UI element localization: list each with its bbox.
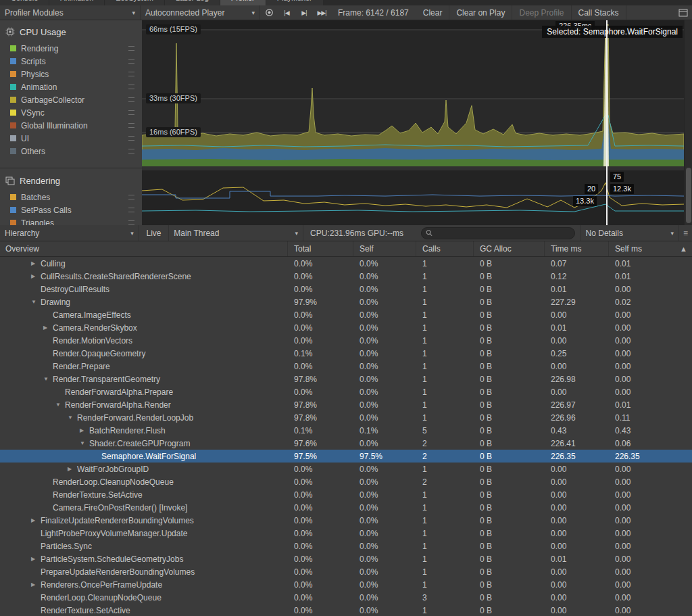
legend-item-setpass-calls[interactable]: SetPass Calls xyxy=(0,204,142,216)
table-row[interactable]: Render.OpaqueGeometry0.1%0.0%10 B0.250.0… xyxy=(0,347,692,360)
view-mode-dropdown[interactable]: Hierarchy ▾ xyxy=(0,225,139,241)
thread-dropdown[interactable]: Main Thread ▾ xyxy=(169,225,303,241)
selected-frame-line[interactable] xyxy=(606,20,608,225)
drag-handle-icon[interactable] xyxy=(128,110,134,115)
table-row[interactable]: ▶Culling0.0%0.0%10 B0.070.01 xyxy=(0,257,692,270)
foldout-arrow-icon[interactable]: ▶ xyxy=(68,466,77,472)
table-row[interactable]: Render.MotionVectors0.0%0.0%10 B0.000.00 xyxy=(0,334,692,347)
drag-handle-icon[interactable] xyxy=(128,72,134,76)
cpu-usage-chart[interactable]: 66ms (15FPS) 33ms (30FPS) 16ms (60FPS) 2… xyxy=(142,20,684,166)
table-row[interactable]: ▶WaitForJobGroupID0.0%0.0%10 B0.000.00 xyxy=(0,463,692,475)
foldout-arrow-icon[interactable]: ▶ xyxy=(31,517,41,523)
drag-handle-icon[interactable] xyxy=(128,220,134,225)
drag-handle-icon[interactable] xyxy=(128,149,134,153)
table-row[interactable]: ▶FinalizeUpdateRendererBoundingVolumes0.… xyxy=(0,514,692,527)
charts-scrollbar[interactable] xyxy=(684,20,692,225)
drag-handle-icon[interactable] xyxy=(128,136,134,141)
tab-lazer-log[interactable]: Lazer Log xyxy=(165,0,220,5)
foldout-arrow-icon[interactable]: ▶ xyxy=(31,582,41,588)
rendering-chart[interactable]: 75 20 12.3k 13.3k xyxy=(142,170,684,226)
table-row[interactable]: ▶CullResults.CreateSharedRendererScene0.… xyxy=(0,270,692,283)
tab-ecosystem[interactable]: EcoSystem xyxy=(105,0,164,5)
sort-indicator-icon[interactable]: ▲ xyxy=(680,241,687,256)
drag-handle-icon[interactable] xyxy=(128,123,134,128)
table-row[interactable]: ▼Render.TransparentGeometry97.8%0.0%10 B… xyxy=(0,373,692,385)
foldout-arrow-icon[interactable]: ▼ xyxy=(43,376,53,382)
search-input[interactable] xyxy=(436,229,570,238)
column-header-time-ms[interactable]: Time ms xyxy=(544,241,608,256)
legend-item-rendering[interactable]: Rendering xyxy=(0,42,142,55)
table-row[interactable]: ▼RenderForward.RenderLoopJob97.8%0.0%10 … xyxy=(0,411,692,424)
legend-item-vsync[interactable]: VSync xyxy=(0,106,142,119)
legend-item-batches[interactable]: Batches xyxy=(0,191,142,204)
scrollbar-thumb[interactable] xyxy=(686,168,691,223)
column-header-overview[interactable]: Overview xyxy=(0,241,287,256)
drag-handle-icon[interactable] xyxy=(128,195,134,199)
cpu-usage-module-header[interactable]: CPU Usage xyxy=(0,24,142,39)
next-frame-button[interactable]: ▶| xyxy=(295,5,313,20)
record-button[interactable] xyxy=(260,5,278,20)
table-row[interactable]: ▶BatchRenderer.Flush0.1%0.1%50 B0.430.43 xyxy=(0,424,692,437)
tab-animation[interactable]: Animation xyxy=(49,0,104,5)
drag-handle-icon[interactable] xyxy=(128,208,134,212)
legend-item-garbagecollector[interactable]: GarbageCollector xyxy=(0,93,142,106)
legend-item-animation[interactable]: Animation xyxy=(0,80,142,93)
foldout-arrow-icon[interactable]: ▼ xyxy=(80,440,89,446)
column-header-self-ms[interactable]: Self ms xyxy=(608,241,672,256)
table-row[interactable]: RenderTexture.SetActive0.0%0.0%10 B0.000… xyxy=(0,488,692,501)
details-view-dropdown[interactable]: No Details ▾ xyxy=(580,225,679,241)
drag-handle-icon[interactable] xyxy=(128,97,134,102)
table-row[interactable]: PrepareUpdateRendererBoundingVolumes0.0%… xyxy=(0,565,692,578)
foldout-arrow-icon[interactable]: ▼ xyxy=(31,299,41,305)
table-row[interactable]: LightProbeProxyVolumeManager.Update0.0%0… xyxy=(0,527,692,540)
table-row[interactable]: ▼Shader.CreateGPUProgram97.6%0.0%20 B226… xyxy=(0,437,692,450)
table-row[interactable]: Camera.ImageEffects0.0%0.0%10 B0.000.00 xyxy=(0,308,692,321)
tab-playmaker[interactable]: PlayMaker xyxy=(266,0,323,5)
table-row[interactable]: ▶Camera.RenderSkybox0.0%0.0%10 B0.010.00 xyxy=(0,321,692,334)
table-row[interactable]: RenderTexture.SetActive0.0%0.0%10 B0.000… xyxy=(0,604,692,616)
foldout-arrow-icon[interactable]: ▶ xyxy=(43,325,53,331)
clear-button[interactable]: Clear xyxy=(416,5,450,20)
tab-profiler[interactable]: Profiler xyxy=(220,0,266,5)
live-toggle-button[interactable]: Live xyxy=(139,225,170,241)
legend-item-others[interactable]: Others xyxy=(0,145,142,158)
table-row[interactable]: ▶Renderers.OncePerFrameUpdate0.0%0.0%10 … xyxy=(0,578,692,591)
table-row[interactable]: ▶ParticleSystem.ScheduleGeometryJobs0.0%… xyxy=(0,552,692,565)
table-row[interactable]: Particles.Sync0.0%0.0%10 B0.000.00 xyxy=(0,540,692,552)
window-menu-button[interactable] xyxy=(674,5,692,20)
profiler-modules-dropdown[interactable]: Profiler Modules ▾ xyxy=(0,5,141,20)
pane-menu-icon[interactable]: ≡ xyxy=(679,229,692,238)
foldout-arrow-icon[interactable]: ▶ xyxy=(80,427,89,433)
legend-item-ui[interactable]: UI xyxy=(0,132,142,145)
foldout-arrow-icon[interactable]: ▼ xyxy=(68,414,77,421)
column-header-total[interactable]: Total xyxy=(287,241,353,256)
column-header-gc-alloc[interactable]: GC Alloc xyxy=(473,241,544,256)
legend-item-global-illumination[interactable]: Global Illumination xyxy=(0,119,142,132)
table-row[interactable]: RenderLoop.CleanupNodeQueue0.0%0.0%20 B0… xyxy=(0,475,692,488)
table-row[interactable]: Semaphore.WaitForSignal97.5%97.5%20 B226… xyxy=(0,450,692,463)
column-header-calls[interactable]: Calls xyxy=(416,241,473,256)
legend-item-physics[interactable]: Physics xyxy=(0,68,142,80)
current-frame-button[interactable]: ▶▶| xyxy=(313,5,330,20)
deep-profile-button[interactable]: Deep Profile xyxy=(512,5,571,20)
table-row[interactable]: ▼Drawing97.9%0.0%10 B227.290.02 xyxy=(0,295,692,308)
table-row[interactable]: RenderLoop.CleanupNodeQueue0.0%0.0%30 B0… xyxy=(0,591,692,604)
table-row[interactable]: Render.Prepare0.0%0.0%10 B0.000.00 xyxy=(0,360,692,373)
drag-handle-icon[interactable] xyxy=(128,59,134,64)
clear-on-play-button[interactable]: Clear on Play xyxy=(449,5,512,20)
rendering-module-header[interactable]: Rendering xyxy=(0,173,142,188)
legend-item-triangles[interactable]: Triangles xyxy=(0,216,142,225)
foldout-arrow-icon[interactable]: ▶ xyxy=(31,556,41,562)
foldout-arrow-icon[interactable]: ▶ xyxy=(31,260,41,266)
call-stacks-button[interactable]: Call Stacks xyxy=(572,5,626,20)
column-header-self[interactable]: Self xyxy=(353,241,416,256)
legend-item-scripts[interactable]: Scripts xyxy=(0,55,142,68)
table-row[interactable]: DestroyCullResults0.0%0.0%10 B0.010.00 xyxy=(0,283,692,295)
foldout-arrow-icon[interactable]: ▶ xyxy=(31,273,41,279)
table-row[interactable]: ▼RenderForwardAlpha.Render97.8%0.0%10 B2… xyxy=(0,398,692,411)
drag-handle-icon[interactable] xyxy=(128,46,134,51)
search-field[interactable] xyxy=(421,227,574,239)
drag-handle-icon[interactable] xyxy=(128,85,134,89)
foldout-arrow-icon[interactable]: ▼ xyxy=(55,402,65,408)
prev-frame-button[interactable]: |◀ xyxy=(278,5,295,20)
